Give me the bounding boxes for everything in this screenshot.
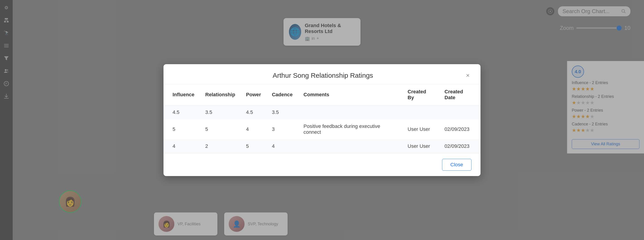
- cell-influence: 4: [164, 139, 200, 153]
- cell-comments: [298, 105, 402, 119]
- cell-comments: Positive feedback during executive conne…: [298, 119, 402, 139]
- table-row: 4.53.54.53.5: [164, 105, 480, 119]
- cell-power: 5: [241, 139, 266, 153]
- cell-createdDate: [439, 105, 480, 119]
- ratings-table: Influence Relationship Power Cadence Com…: [164, 84, 480, 153]
- col-header-power: Power: [241, 84, 266, 105]
- cell-createdBy: User User: [402, 139, 439, 153]
- cell-relationship: 3.5: [200, 105, 241, 119]
- cell-cadence: 3.5: [266, 105, 298, 119]
- cell-createdBy: [402, 105, 439, 119]
- cell-relationship: 2: [200, 139, 241, 153]
- cell-cadence: 3: [266, 119, 298, 139]
- col-header-influence: Influence: [164, 84, 200, 105]
- cell-relationship: 5: [200, 119, 241, 139]
- table-row: 4254User User02/09/2023: [164, 139, 480, 153]
- ratings-modal: Arthur Song Relationship Ratings × Influ…: [164, 64, 480, 176]
- modal-footer-close-button[interactable]: Close: [442, 159, 472, 171]
- cell-cadence: 4: [266, 139, 298, 153]
- modal-title: Arthur Song Relationship Ratings: [182, 72, 464, 79]
- modal-overlay: Arthur Song Relationship Ratings × Influ…: [0, 0, 644, 240]
- cell-influence: 4.5: [164, 105, 200, 119]
- cell-createdBy: User User: [402, 119, 439, 139]
- cell-createdDate: 02/09/2023: [439, 119, 480, 139]
- col-header-created-date: Created Date: [439, 84, 480, 105]
- cell-power: 4.5: [241, 105, 266, 119]
- cell-power: 4: [241, 119, 266, 139]
- modal-body: Influence Relationship Power Cadence Com…: [164, 84, 480, 153]
- modal-footer: Close: [164, 153, 480, 176]
- table-row: 5543Positive feedback during executive c…: [164, 119, 480, 139]
- col-header-created-by: Created By: [402, 84, 439, 105]
- col-header-cadence: Cadence: [266, 84, 298, 105]
- modal-header: Arthur Song Relationship Ratings ×: [164, 64, 480, 84]
- cell-comments: [298, 139, 402, 153]
- modal-close-button[interactable]: ×: [464, 71, 472, 80]
- cell-influence: 5: [164, 119, 200, 139]
- col-header-comments: Comments: [298, 84, 402, 105]
- col-header-relationship: Relationship: [200, 84, 241, 105]
- cell-createdDate: 02/09/2023: [439, 139, 480, 153]
